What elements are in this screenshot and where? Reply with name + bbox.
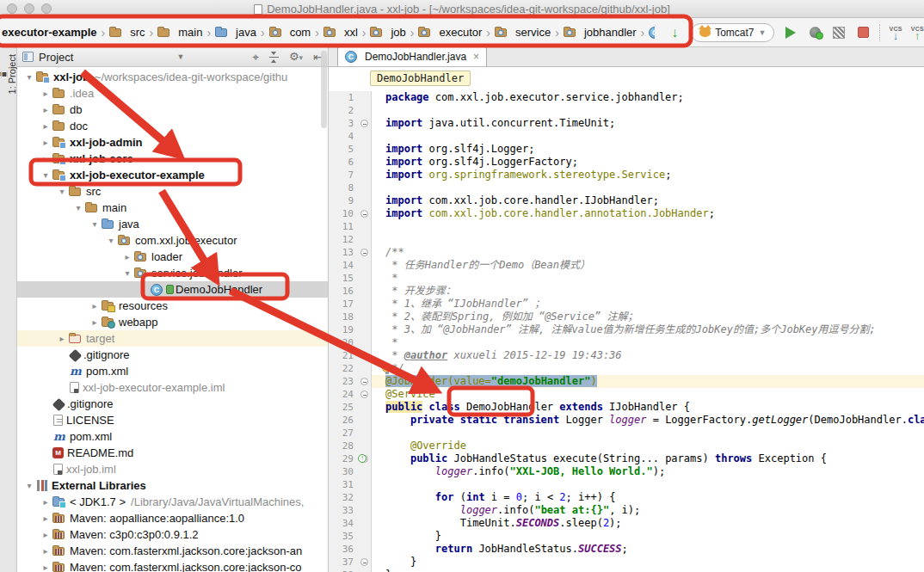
code-line-24[interactable]: 24@Service [329, 388, 924, 401]
tree-item-xxl-job-core[interactable]: ▸xxl-job-core [17, 151, 328, 167]
expand-arrow-icon[interactable]: ▸ [39, 105, 52, 114]
tree-item-doc[interactable]: ▸doc [17, 118, 328, 134]
code-line-15[interactable]: 15 * [329, 272, 924, 285]
code-line-16[interactable]: 16 * 开发步骤： [329, 285, 924, 298]
code-line-12[interactable]: 12 [329, 233, 924, 246]
code-line-3[interactable]: 3import java.util.concurrent.TimeUnit; [329, 117, 924, 130]
code-line-5[interactable]: 5import org.slf4j.Logger; [329, 143, 924, 156]
breadcrumb-com[interactable]: com [269, 26, 311, 39]
code-line-20[interactable]: 20 * [329, 336, 924, 349]
breadcrumb-main[interactable]: main [157, 26, 202, 39]
run-configuration-select[interactable]: Tomcat7 ▼ [691, 23, 774, 42]
code-line-32[interactable]: 32 for (int i = 0; i < 2; i++) { [329, 491, 924, 504]
code-line-1[interactable]: 1package com.xxl.job.executor.service.jo… [329, 91, 924, 104]
tree-item-main[interactable]: ▾main [17, 200, 328, 216]
code-line-34[interactable]: 34 TimeUnit.SECONDS.sleep(2); [329, 517, 924, 530]
tree-item-external-libraries[interactable]: ▾External Libraries [17, 477, 328, 494]
debug-button[interactable] [807, 23, 822, 42]
settings-gear-button[interactable]: ⚙▾ [289, 51, 303, 64]
tree-item-resources[interactable]: ▸resources [17, 298, 328, 314]
tree-item-com-xxl-job-executor[interactable]: ▾com.xxl.job.executor [17, 232, 328, 249]
vcs-commit-button[interactable]: VCS ↑ [911, 26, 924, 40]
code-area[interactable]: 1package com.xxl.job.executor.service.jo… [329, 67, 924, 572]
code-line-23[interactable]: 23@JobHander(value="demoJobHandler") [329, 375, 924, 388]
tree-item-maven-aopalliance-aopalliance-1-0[interactable]: ▸Maven: aopalliance:aopalliance:1.0 [17, 510, 328, 526]
stop-button[interactable] [855, 23, 871, 42]
code-line-14[interactable]: 14 * 任务Handler的一个Demo（Bean模式） [329, 259, 924, 272]
tree-item-maven-com-fasterxml-jackson-core-jackson-co[interactable]: ▸Maven: com.fasterxml.jackson.core:jacks… [17, 559, 328, 572]
vcs-update-button[interactable]: VCS ↓ [889, 26, 902, 40]
code-line-8[interactable]: 8 [329, 181, 924, 194]
code-line-11[interactable]: 11 [329, 220, 924, 233]
expand-arrow-icon[interactable]: ▸ [39, 121, 52, 131]
code-line-38[interactable]: 38} [329, 569, 924, 572]
fold-icon[interactable] [360, 391, 368, 398]
code-line-36[interactable]: 36 return JobHandleStatus.SUCCESS; [329, 543, 924, 556]
lightbulb-icon[interactable] [382, 363, 391, 372]
tree-item-readme-md[interactable]: README.md [17, 445, 328, 461]
code-line-22[interactable]: 22 */ [329, 362, 924, 375]
expand-arrow-icon[interactable]: ▸ [88, 317, 102, 327]
tree-item-pom-xml[interactable]: pom.xml [17, 428, 328, 445]
fold-icon[interactable] [360, 249, 368, 256]
code-line-4[interactable]: 4 [329, 130, 924, 143]
project-tool-button[interactable]: 1: Project [0, 51, 17, 97]
fold-icon[interactable] [360, 558, 368, 566]
code-line-37[interactable]: 37 } [329, 556, 924, 569]
expand-arrow-icon[interactable]: ▸ [39, 514, 52, 523]
code-line-19[interactable]: 19 * 3、加 “@JobHander” 注解, 注解value值为新增任务生… [329, 323, 924, 336]
code-line-28[interactable]: 28 @Override [329, 440, 924, 452]
tree-item-webapp[interactable]: ▸webapp [17, 314, 328, 330]
tree-item-maven-com-fasterxml-jackson-core-jackson-an[interactable]: ▸Maven: com.fasterxml.jackson.core:jacks… [17, 543, 328, 559]
collapse-arrow-icon[interactable]: ▾ [55, 187, 69, 196]
code-line-29[interactable]: 29↑ public JobHandleStatus execute(Strin… [329, 452, 924, 465]
code-line-33[interactable]: 33 logger.info("beat at:{}", i); [329, 504, 924, 517]
code-line-9[interactable]: 9import com.xxl.job.core.handler.IJobHan… [329, 194, 924, 207]
tree-item-demojobhandler[interactable]: DemoJobHandler [17, 281, 328, 298]
tree-item-xxl-job[interactable]: ▾xxl-job~/workspaces/idea-git-workspace/… [17, 69, 328, 85]
tree-item-jdk1-7[interactable]: ▸< JDK1.7 >/Library/Java/JavaVirtualMach… [17, 494, 328, 510]
tree-item-license[interactable]: LICENSE [17, 412, 328, 428]
override-method-icon[interactable]: ↑ [358, 454, 367, 463]
code-line-27[interactable]: 27 [329, 427, 924, 440]
locate-file-button[interactable]: ⌖ [253, 52, 259, 63]
breadcrumb-jobhandler[interactable]: jobhandler [564, 26, 637, 39]
expand-arrow-icon[interactable]: ▸ [39, 497, 52, 507]
collapse-arrow-icon[interactable]: ▾ [120, 268, 134, 278]
run-button[interactable] [783, 23, 798, 42]
code-line-2[interactable]: 2 [329, 104, 924, 117]
expand-arrow-icon[interactable]: ▸ [39, 154, 52, 163]
tree-item-gitignore[interactable]: .gitignore [17, 347, 328, 363]
project-panel-title[interactable]: Project [22, 51, 73, 64]
code-line-25[interactable]: 25public class DemoJobHandler extends IJ… [329, 401, 924, 414]
breadcrumb-xxl[interactable]: xxl [323, 26, 358, 39]
code-line-6[interactable]: 6import org.slf4j.LoggerFactory; [329, 156, 924, 169]
code-line-30[interactable]: 30 logger.info("XXL-JOB, Hello World."); [329, 465, 924, 478]
code-editor[interactable]: DemoJobHandler 1package com.xxl.job.exec… [329, 67, 924, 572]
tree-item-xxl-job-executor-example[interactable]: ▾xxl-job-executor-example [17, 167, 328, 183]
code-line-31[interactable]: 31 [329, 478, 924, 491]
collapse-arrow-icon[interactable]: ▾ [39, 170, 52, 180]
expand-arrow-icon[interactable]: ▸ [39, 89, 52, 98]
code-line-35[interactable]: 35 } [329, 530, 924, 543]
code-line-7[interactable]: 7import org.springframework.stereotype.S… [329, 169, 924, 181]
code-line-26[interactable]: 26 private static transient Logger logge… [329, 414, 924, 427]
expand-arrow-icon[interactable]: ▸ [39, 530, 52, 539]
green-down-arrow-icon[interactable]: ↓ [667, 23, 682, 42]
breadcrumb-demojobhandler[interactable]: DemoJobHandler [649, 26, 655, 39]
breadcrumb-executor-example[interactable]: executor-example [2, 26, 97, 39]
breadcrumb-executor[interactable]: executor [418, 26, 482, 39]
code-line-17[interactable]: 17 * 1、继承 “IJobHandler” ； [329, 298, 924, 311]
code-line-10[interactable]: 10import com.xxl.job.core.handler.annota… [329, 207, 924, 220]
tree-item-src[interactable]: ▾src [17, 183, 328, 200]
tab-demojobhandler[interactable]: DemoJobHandler.java × [337, 46, 487, 66]
fold-icon[interactable] [360, 210, 368, 218]
code-line-21[interactable]: 21 * @author xuxueli 2015-12-19 19:43:36 [329, 349, 924, 362]
collapse-arrow-icon[interactable]: ▾ [22, 72, 36, 82]
breadcrumb-src[interactable]: src [109, 26, 145, 39]
expand-arrow-icon[interactable]: ▸ [55, 334, 69, 343]
expand-arrow-icon[interactable]: ▸ [39, 546, 52, 556]
tree-item-db[interactable]: ▸db [17, 101, 328, 118]
chevron-down-icon[interactable]: ▼ [176, 52, 184, 61]
collapse-arrow-icon[interactable]: ▾ [88, 219, 102, 229]
